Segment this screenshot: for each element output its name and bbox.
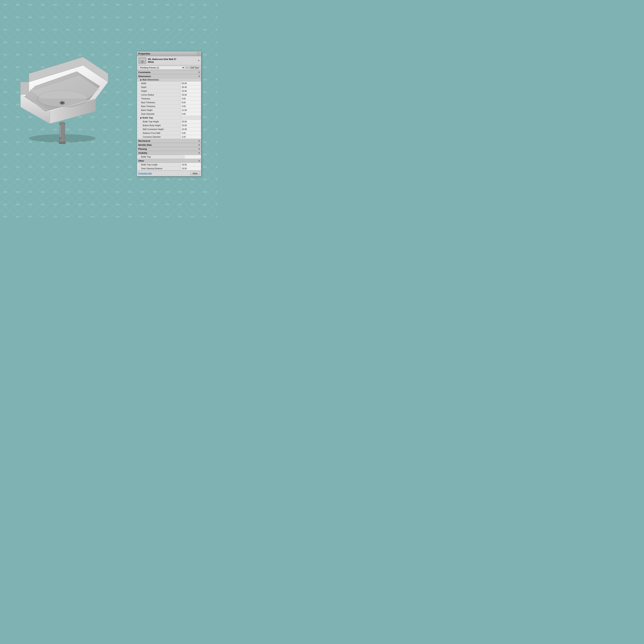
watermark-rd: RD <box>54 153 57 156</box>
watermark-rd: RD <box>29 203 32 206</box>
watermark-rd: RD <box>4 178 7 181</box>
prop-bottle-trap-vis-value[interactable]: ✓ <box>181 155 201 159</box>
prop-depth-value[interactable]: 35.00 <box>181 85 201 89</box>
section-visibility-collapse: ⬆ <box>198 152 200 154</box>
watermark-rd: RD <box>128 66 132 68</box>
watermark-rd: RD <box>91 166 95 168</box>
watermark-rd: RD <box>16 191 20 193</box>
header-dropdown-arrow[interactable]: ▼ <box>198 60 200 62</box>
filter-scroll-indicator: ▼ <box>186 67 189 69</box>
prop-drain-diameter-value[interactable]: 5.00 <box>181 112 201 116</box>
watermark-rd: RD <box>16 4 20 6</box>
section-constraints-label: Constraints <box>138 71 151 73</box>
watermark-rd: RD <box>216 191 217 193</box>
watermark-rd: RD <box>141 216 144 217</box>
properties-panel: Properties × RD_Bathroom Sink Wall 27 Wh… <box>137 51 201 176</box>
watermark-rd: RD <box>4 203 7 206</box>
prop-distance-from-wall-value[interactable]: 0.00 <box>181 131 201 135</box>
prop-bottle-trap-length-value[interactable]: 19.50 <box>181 163 201 166</box>
watermark-rd: RD <box>153 4 157 6</box>
watermark-rd: RD <box>66 203 70 206</box>
prop-basin-height-value[interactable]: 11.00 <box>181 108 201 112</box>
prop-bottle-trap-group-value <box>181 116 201 120</box>
watermark-rd: RD <box>203 141 207 143</box>
edit-type-button[interactable]: Edit Type <box>189 66 200 69</box>
watermark-rd: RD <box>216 91 217 93</box>
prop-base-thickness-label: Base Thickness <box>137 104 181 108</box>
prop-depth: Depth 35.00 <box>137 85 201 89</box>
section-other[interactable]: Other ⬆ <box>137 159 201 163</box>
watermark-rd: RD <box>91 16 95 19</box>
watermark-rd: RD <box>16 29 20 31</box>
close-button[interactable]: × <box>197 52 200 55</box>
svg-rect-14 <box>60 125 61 138</box>
prop-wall-connection-height-value[interactable]: 15.00 <box>181 127 201 131</box>
section-phasing[interactable]: Phasing ⬆ <box>137 147 201 151</box>
category-filter[interactable]: Plumbing Fixtures (1) <box>138 66 185 69</box>
watermark-rd: RD <box>4 141 7 143</box>
prop-bottom-body-height-value[interactable]: 15.00 <box>181 124 201 127</box>
watermark-rd: RD <box>116 4 120 6</box>
prop-bottle-trap-group[interactable]: ▶ Bottle Trap <box>137 116 201 120</box>
section-identity-data[interactable]: Identity Data ⬆ <box>137 143 201 147</box>
watermark-rd: RD <box>203 91 207 93</box>
watermark-rd: RD <box>166 191 169 193</box>
apply-button[interactable]: Apply <box>190 172 200 175</box>
watermark-rd: RD <box>203 216 207 217</box>
panel-titlebar: Properties × <box>137 52 201 56</box>
watermark-rd: RD <box>16 203 20 206</box>
watermark-rd: RD <box>178 191 182 193</box>
watermark-rd: RD <box>191 4 194 6</box>
watermark-rd: RD <box>191 29 194 31</box>
svg-point-9 <box>61 102 64 104</box>
watermark-rd: RD <box>216 153 217 156</box>
prop-bottle-trap-height-value[interactable]: 25.50 <box>181 120 201 123</box>
watermark-rd: RD <box>216 54 217 56</box>
watermark-rd: RD <box>16 166 20 168</box>
watermark-rd: RD <box>141 29 144 31</box>
prop-connector-diameter-value[interactable]: 3.20 <box>181 135 201 139</box>
section-visibility[interactable]: Visibility ⬆ <box>137 151 201 155</box>
watermark-rd: RD <box>103 4 107 6</box>
watermark-rd: RD <box>191 216 194 217</box>
prop-height-value[interactable]: 15.00 <box>181 89 201 93</box>
section-dimensions[interactable]: Dimensions ⬆ <box>137 74 201 78</box>
prop-back-thickness: Back Thickness 8.00 <box>137 101 201 104</box>
watermark-rd: RD <box>54 178 57 181</box>
section-mechanical[interactable]: Mechanical ⬆ <box>137 139 201 143</box>
bottle-trap-checkbox[interactable]: ✓ <box>182 156 184 158</box>
prop-back-thickness-value[interactable]: 8.00 <box>181 101 201 104</box>
watermark-rd: RD <box>54 203 57 206</box>
watermark-rd: RD <box>4 16 7 19</box>
svg-point-15 <box>59 137 62 139</box>
prop-thickness-value[interactable]: 4.00 <box>181 97 201 100</box>
prop-drain-diameter: Drain Diameter 5.00 <box>137 112 201 116</box>
prop-drain-opening-distance: Drain Opening Distance 19.50 <box>137 167 201 170</box>
prop-wall-connection-height: Wall Connection Height 15.00 <box>137 127 201 131</box>
sub-section-main-dimensions[interactable]: ▶ Main Dimensions <box>137 78 201 82</box>
watermark-rd: RD <box>203 116 207 118</box>
watermark-rd: RD <box>216 141 217 143</box>
watermark-rd: RD <box>66 4 70 6</box>
watermark-rd: RD <box>216 203 217 206</box>
watermark-rd: RD <box>4 191 7 193</box>
svg-rect-13 <box>59 142 65 144</box>
watermark-rd: RD <box>116 191 120 193</box>
watermark-rd: RD <box>78 16 82 19</box>
watermark-rd: RD <box>191 178 194 181</box>
panel-footer: Properties help Apply <box>137 170 201 176</box>
watermark-rd: RD <box>153 216 157 217</box>
watermark-rd: RD <box>128 166 132 168</box>
watermark-rd: RD <box>178 203 182 206</box>
prop-drain-diameter-label: Drain Diameter <box>137 112 181 116</box>
watermark-rd: RD <box>166 4 169 6</box>
prop-base-thickness-value[interactable]: 4.00 <box>181 104 201 108</box>
section-constraints[interactable]: Constraints ⬆ <box>137 70 201 74</box>
watermark-rd: RD <box>91 216 95 217</box>
panel-body[interactable]: Constraints ⬆ Dimensions ⬆ ▶ Main Dimens… <box>137 70 201 170</box>
prop-width-value[interactable]: 55.00 <box>181 82 201 85</box>
watermark-rd: RD <box>41 216 45 217</box>
prop-corner-radius-value[interactable]: 15.00 <box>181 93 201 97</box>
prop-drain-opening-distance-value[interactable]: 19.50 <box>181 167 201 170</box>
properties-help-link[interactable]: Properties help <box>138 172 152 174</box>
